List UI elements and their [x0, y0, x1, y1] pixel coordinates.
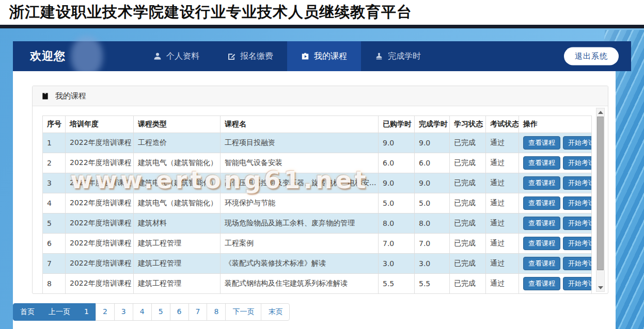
start-exam-button[interactable]: 开始考试	[563, 136, 592, 150]
cell-type: 建筑电气（建筑智能化）	[134, 173, 221, 193]
panel-title: 我的课程	[55, 91, 86, 101]
start-exam-button[interactable]: 开始考试	[563, 257, 592, 270]
app-window: 欢迎您 个人资料报名缴费我的课程完成学时 退出系统 我的课程 序号培训年度课程类…	[13, 41, 631, 329]
view-course-button[interactable]: 查看课程	[523, 196, 560, 210]
table-row: 42022年度培训课程建筑电气（建筑智能化）环境保护与节能5.05.0已完成通过…	[43, 193, 592, 213]
col-header-actions: 操作	[519, 116, 592, 133]
cell-year: 2022年度培训课程	[66, 173, 134, 193]
username-blur	[71, 36, 103, 76]
nav-item-payment[interactable]: 报名缴费	[213, 41, 287, 71]
table-row: 82022年度培训课程建筑工程管理装配式钢结构及住宅建筑系列标准解读5.55.5…	[43, 274, 592, 294]
nav-item-label: 我的课程	[314, 51, 347, 62]
table-row: 22022年度培训课程建筑电气（建筑智能化）智能电气设备安装6.06.0已完成通…	[43, 153, 592, 173]
page-button-last[interactable]: 末页	[261, 303, 290, 321]
page-button-next[interactable]: 下一页	[225, 303, 261, 321]
cell-actions: 查看课程开始考试	[519, 234, 592, 254]
start-exam-button[interactable]: 开始考试	[563, 237, 592, 250]
cell-study-status: 已完成	[450, 254, 486, 274]
panel-header: 我的课程	[33, 86, 608, 106]
cell-no: 6	[43, 234, 66, 254]
cell-exam-status: 通过	[486, 153, 519, 173]
col-header-no: 序号	[43, 116, 66, 133]
page-button-2[interactable]: 2	[96, 303, 115, 321]
nav-item-label: 完成学时	[388, 51, 421, 62]
col-header-exam-status: 考试状态	[486, 116, 519, 133]
cell-purchased-hours: 7.0	[379, 234, 415, 254]
cell-actions: 查看课程开始考试	[519, 133, 592, 153]
nav-item-hours[interactable]: 完成学时	[361, 41, 435, 71]
cell-exam-status: 通过	[486, 173, 519, 193]
cell-no: 2	[43, 153, 66, 173]
start-exam-button[interactable]: 开始考试	[563, 176, 592, 190]
cell-purchased-hours: 9.0	[379, 133, 415, 153]
cell-exam-status: 通过	[486, 254, 519, 274]
book-icon	[41, 92, 49, 100]
start-exam-button[interactable]: 开始考试	[563, 196, 592, 210]
cell-completed-hours: 3.0	[415, 254, 450, 274]
view-course-button[interactable]: 查看课程	[523, 217, 560, 230]
cell-exam-status: 通过	[486, 234, 519, 254]
cell-name: 工程案例	[221, 234, 379, 254]
scrollbar-thumb[interactable]	[597, 117, 604, 270]
page-button-6[interactable]: 6	[170, 303, 189, 321]
scroll-down-arrow-icon[interactable]	[596, 284, 604, 291]
view-course-button[interactable]: 查看课程	[523, 257, 560, 270]
page-button-1[interactable]: 1	[77, 303, 96, 321]
page-button-5[interactable]: 5	[151, 303, 170, 321]
cell-study-status: 已完成	[450, 234, 486, 254]
cell-no: 8	[43, 274, 66, 294]
cell-name: 工程项目投融资	[221, 133, 379, 153]
view-course-button[interactable]: 查看课程	[523, 237, 560, 250]
cell-exam-status: 通过	[486, 213, 519, 234]
cell-purchased-hours: 6.0	[379, 153, 415, 173]
scroll-up-arrow-icon[interactable]	[596, 108, 604, 116]
page-button-prev[interactable]: 上一页	[41, 303, 77, 321]
site-title: 浙江建设职业技术学院建设行业专业技术人员继续教育平台	[9, 2, 412, 23]
nav-item-profile[interactable]: 个人资料	[139, 41, 213, 71]
page-button-first[interactable]: 首页	[13, 303, 42, 321]
start-exam-button[interactable]: 开始考试	[563, 156, 592, 170]
view-course-button[interactable]: 查看课程	[523, 277, 560, 290]
courses-table: 序号培训年度课程类型课程名已购学时完成学时学习状态考试状态操作 12022年度培…	[42, 116, 592, 293]
cell-completed-hours: 5.5	[415, 274, 450, 294]
cell-purchased-hours: 5.5	[379, 274, 415, 294]
cell-actions: 查看课程开始考试	[519, 153, 592, 173]
cell-exam-status: 通过	[486, 274, 519, 294]
cell-actions: 查看课程开始考试	[519, 193, 592, 213]
cell-name: 环境保护与节能	[221, 193, 379, 213]
page-button-3[interactable]: 3	[114, 303, 133, 321]
cell-actions: 查看课程开始考试	[519, 213, 592, 234]
page-button-7[interactable]: 7	[189, 303, 208, 321]
cell-study-status: 已完成	[450, 173, 486, 193]
cell-study-status: 已完成	[450, 274, 486, 294]
vertical-scrollbar[interactable]	[596, 108, 605, 292]
view-course-button[interactable]: 查看课程	[523, 176, 560, 190]
logout-button[interactable]: 退出系统	[564, 47, 619, 65]
cell-purchased-hours: 8.0	[379, 213, 415, 234]
view-course-button[interactable]: 查看课程	[523, 156, 560, 170]
cell-no: 7	[43, 254, 66, 274]
page-button-4[interactable]: 4	[133, 303, 152, 321]
cell-no: 1	[43, 133, 66, 153]
site-title-bar: 浙江建设职业技术学院建设行业专业技术人员继续教育平台	[0, 0, 644, 28]
cell-completed-hours: 9.0	[415, 173, 450, 193]
edit-icon	[227, 52, 235, 60]
cell-type: 建筑电气（建筑智能化）	[134, 193, 221, 213]
cell-type: 建筑工程管理	[134, 274, 221, 294]
nav-item-courses[interactable]: 我的课程	[287, 41, 361, 71]
cell-year: 2022年度培训课程	[66, 153, 134, 173]
col-header-name: 课程名	[221, 116, 379, 133]
start-exam-button[interactable]: 开始考试	[563, 277, 592, 290]
nav-item-label: 报名缴费	[240, 51, 273, 62]
page-button-8[interactable]: 8	[207, 303, 226, 321]
start-exam-button[interactable]: 开始考试	[563, 217, 592, 230]
stamp-icon	[375, 52, 383, 60]
cell-purchased-hours: 5.0	[379, 193, 415, 213]
cell-study-status: 已完成	[450, 133, 486, 153]
col-header-purchased-hours: 已购学时	[379, 116, 415, 133]
cell-year: 2022年度培训课程	[66, 234, 134, 254]
table-header-row: 序号培训年度课程类型课程名已购学时完成学时学习状态考试状态操作	[43, 116, 592, 133]
col-header-year: 培训年度	[66, 116, 134, 133]
view-course-button[interactable]: 查看课程	[523, 136, 560, 150]
col-header-completed-hours: 完成学时	[415, 116, 450, 133]
